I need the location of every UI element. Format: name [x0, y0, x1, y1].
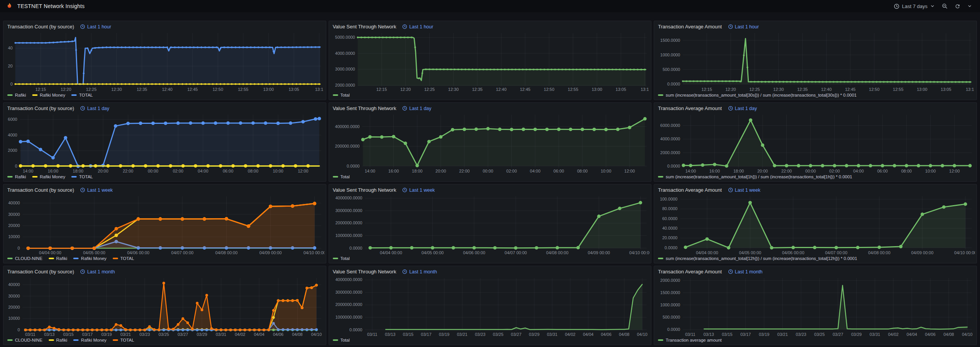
svg-text:04:00: 04:00	[853, 169, 864, 173]
panel-time-range-link[interactable]: Last 1 month	[728, 269, 763, 275]
chart-value-sent-1d[interactable]: 14:0016:0018:0020:0022:0000:0002:0004:00…	[331, 112, 650, 174]
panel-time-range-link[interactable]: Last 1 hour	[728, 24, 759, 30]
legend-item[interactable]: TOTAL	[71, 93, 93, 97]
panel-time-range-link[interactable]: Last 1 hour	[402, 24, 433, 30]
legend-item[interactable]: Rafiki	[49, 256, 67, 261]
chart-transaction-count-1m[interactable]: 03/1103/1303/1503/1703/1903/2103/2303/25…	[5, 275, 324, 337]
legend-item[interactable]: CLOUD-NINE	[7, 338, 43, 342]
svg-text:12:00: 12:00	[298, 169, 309, 173]
panel-time-range-link[interactable]: Last 1 month	[80, 269, 115, 275]
svg-text:04/04 00:00: 04/04 00:00	[39, 250, 61, 255]
panel-title[interactable]: Value Sent Through Network	[333, 105, 396, 111]
legend-item[interactable]: Total	[333, 174, 350, 179]
chart-value-sent-1w[interactable]: 04/04 00:0004/05 00:0004/06 00:0004/07 0…	[331, 193, 650, 256]
time-range-picker[interactable]: Last 7 days	[891, 2, 938, 11]
legend-swatch	[7, 94, 13, 96]
legend-item[interactable]: Rafiki Money	[32, 174, 65, 179]
panel-title[interactable]: Transaction Count (by source)	[7, 105, 74, 111]
chart-transaction-count-1h[interactable]: 12:1512:2012:2512:3012:3512:4012:4512:50…	[5, 30, 324, 92]
svg-text:04/04: 04/04	[583, 332, 594, 337]
svg-text:12:35: 12:35	[797, 87, 808, 92]
refresh-interval-dropdown[interactable]	[965, 2, 975, 10]
chart-avg-amount-1h[interactable]: 12:1512:2012:2512:3012:3512:4012:4512:50…	[656, 30, 975, 92]
panel-title[interactable]: Transaction Average Amount	[658, 187, 722, 193]
legend-item[interactable]: Rafiki Money	[73, 338, 106, 342]
legend-item[interactable]: Rafiki	[49, 338, 67, 342]
legend-swatch	[49, 258, 54, 259]
legend-swatch	[71, 176, 77, 178]
svg-text:14:00: 14:00	[686, 169, 696, 173]
legend-item[interactable]: sum (increase(transactions_amount_total[…	[658, 174, 852, 179]
panel-time-range-link[interactable]: Last 1 day	[728, 106, 757, 111]
legend-item[interactable]: CLOUD-NINE	[7, 256, 43, 261]
chart-value-sent-1h[interactable]: 12:1512:2012:2512:3012:3512:4012:4512:50…	[331, 30, 650, 92]
chart-transaction-count-1w[interactable]: 04/04 00:0004/05 00:0004/06 00:0004/07 0…	[5, 193, 324, 256]
panel-title[interactable]: Transaction Average Amount	[658, 269, 722, 275]
panel-time-range-link[interactable]: Last 1 week	[80, 187, 113, 193]
svg-text:03/23: 03/23	[475, 332, 485, 337]
panel-title[interactable]: Transaction Count (by source)	[7, 269, 74, 275]
svg-text:0: 0	[18, 246, 20, 250]
legend-item[interactable]: TOTAL	[113, 338, 134, 342]
legend-item[interactable]: TOTAL	[113, 256, 134, 261]
panel-time-range-link[interactable]: Last 1 month	[402, 269, 437, 275]
legend-item[interactable]: Total	[333, 93, 350, 97]
grafana-logo-icon[interactable]	[5, 2, 13, 10]
chart-avg-amount-1w[interactable]: 04/04 00:0004/05 00:0004/06 00:0004/07 0…	[656, 193, 975, 256]
svg-text:16:00: 16:00	[388, 169, 399, 173]
legend-item[interactable]: TOTAL	[71, 174, 93, 179]
panel-title[interactable]: Value Sent Through Network	[333, 24, 396, 30]
legend-item[interactable]: Transaction average amount	[658, 338, 722, 342]
svg-text:04/06 00:00: 04/06 00:00	[463, 250, 485, 255]
chart-legend: CLOUD-NINERafikiRafiki MoneyTOTAL	[3, 337, 326, 345]
panel-title[interactable]: Transaction Count (by source)	[7, 24, 74, 30]
legend-item[interactable]: Rafiki Money	[32, 93, 65, 97]
chart-legend: Total	[329, 92, 651, 100]
panel-time-range-link[interactable]: Last 1 hour	[80, 24, 111, 30]
svg-text:40000: 40000	[8, 282, 20, 287]
svg-text:16:00: 16:00	[48, 169, 59, 173]
svg-text:10:00: 10:00	[925, 169, 936, 173]
svg-text:04/02: 04/02	[565, 332, 576, 337]
panel-title[interactable]: Transaction Average Amount	[658, 105, 722, 111]
svg-text:03/21: 03/21	[778, 332, 788, 337]
panel-time-range-link[interactable]: Last 1 week	[728, 187, 761, 193]
panel-title[interactable]: Transaction Average Amount	[658, 24, 722, 30]
legend-label: Rafiki Money	[81, 256, 106, 261]
legend-item[interactable]: sum (increase(transactions_amount_total[…	[658, 93, 857, 97]
dashboard-grid: Transaction Count (by source) Last 1 hou…	[0, 12, 980, 345]
panel-value-sent-1w: Value Sent Through Network Last 1 week 0…	[329, 184, 652, 263]
svg-text:08:00: 08:00	[577, 169, 588, 173]
svg-text:4000.0000: 4000.0000	[660, 136, 680, 141]
svg-text:40.0000: 40.0000	[663, 226, 678, 230]
panel-time-range-link[interactable]: Last 1 day	[402, 106, 431, 111]
chart-avg-amount-1d[interactable]: 14:0016:0018:0020:0022:0000:0002:0004:00…	[656, 112, 975, 174]
svg-text:04/07 00:00: 04/07 00:00	[171, 250, 194, 255]
panel-time-range-link[interactable]: Last 1 week	[402, 187, 435, 193]
chart-transaction-count-1d[interactable]: 14:0016:0018:0020:0022:0000:0002:0004:00…	[5, 112, 324, 174]
panel-title[interactable]: Value Sent Through Network	[333, 269, 396, 275]
refresh-button[interactable]	[952, 2, 963, 11]
panel-title[interactable]: Transaction Count (by source)	[7, 187, 74, 193]
legend-item[interactable]: Total	[333, 338, 350, 342]
legend-item[interactable]: Rafiki	[7, 174, 26, 179]
svg-text:200000.0000: 200000.0000	[335, 144, 359, 148]
svg-text:16:00: 16:00	[709, 169, 720, 173]
svg-text:13:1: 13:1	[315, 87, 323, 92]
svg-text:03/13: 03/13	[44, 332, 55, 337]
legend-item[interactable]: sum (increase(transactions_amount_total[…	[658, 256, 857, 261]
legend-label: Total	[340, 93, 350, 97]
panel-time-range-link[interactable]: Last 1 day	[80, 106, 109, 111]
legend-item[interactable]: Total	[333, 256, 350, 261]
chart-avg-amount-1m[interactable]: 03/1103/1303/1503/1703/1903/2103/2303/25…	[656, 275, 975, 337]
clock-icon	[402, 24, 407, 29]
chart-value-sent-1m[interactable]: 03/1103/1303/1503/1703/1903/2103/2303/25…	[331, 275, 650, 337]
svg-text:1000000.0000: 1000000.0000	[335, 315, 362, 319]
svg-text:04:00: 04:00	[530, 169, 541, 173]
legend-swatch	[71, 94, 77, 96]
zoom-out-button[interactable]	[939, 2, 950, 11]
legend-item[interactable]: Rafiki	[7, 93, 26, 97]
svg-text:13:05: 13:05	[941, 87, 952, 92]
panel-title[interactable]: Value Sent Through Network	[333, 187, 396, 193]
legend-item[interactable]: Rafiki Money	[73, 256, 106, 261]
